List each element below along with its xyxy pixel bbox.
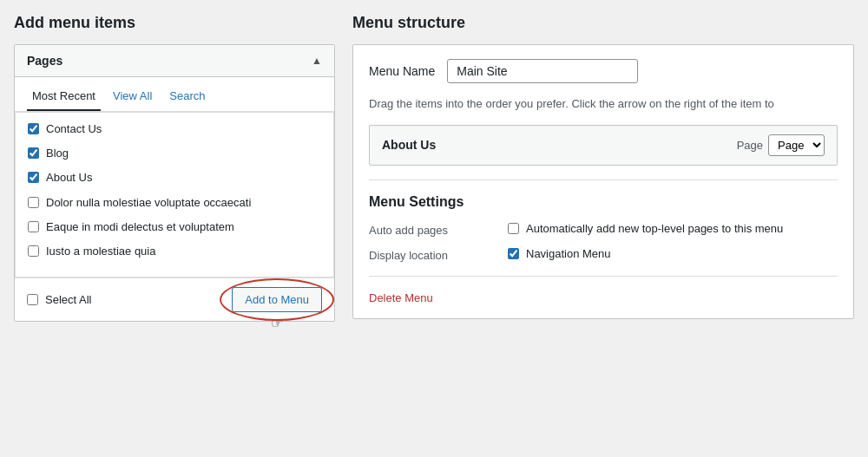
list-item: Eaque in modi delectus et voluptatem: [28, 219, 326, 235]
auto-add-pages-desc[interactable]: Automatically add new top-level pages to…: [526, 222, 783, 235]
delete-menu-link[interactable]: Delete Menu: [369, 291, 433, 304]
display-location-value: Navigation Menu: [508, 247, 611, 260]
pages-header: Pages ▲: [15, 45, 334, 77]
menu-item-type-select[interactable]: Page: [768, 134, 825, 156]
item-blog-label[interactable]: Blog: [46, 146, 69, 161]
pages-footer: Select All Add to Menu ☞: [15, 277, 334, 321]
auto-add-pages-label: Auto add pages: [369, 222, 508, 237]
right-panel-title: Menu structure: [352, 14, 854, 32]
item-iusto-checkbox[interactable]: [28, 245, 39, 257]
pages-section-title: Pages: [27, 54, 62, 68]
menu-item-about-us: About Us Page Page: [369, 125, 838, 166]
select-all-label[interactable]: Select All: [45, 293, 91, 306]
item-contact-us-label[interactable]: Contact Us: [46, 121, 102, 137]
left-panel-title: Add menu items: [14, 14, 335, 32]
item-dolor-label[interactable]: Dolor nulla molestiae voluptate occaecat…: [46, 195, 251, 211]
display-location-desc[interactable]: Navigation Menu: [526, 247, 611, 260]
menu-settings-title: Menu Settings: [369, 194, 838, 210]
tab-search[interactable]: Search: [164, 86, 210, 111]
menu-name-input[interactable]: [447, 59, 638, 83]
tab-most-recent[interactable]: Most Recent: [27, 86, 101, 111]
display-location-label: Display location: [369, 247, 508, 262]
select-all-row: Select All: [27, 293, 91, 306]
item-about-us-label[interactable]: About Us: [46, 170, 92, 186]
drag-hint: Drag the items into the order you prefer…: [369, 95, 838, 113]
list-item: Iusto a molestiae quia: [28, 244, 326, 259]
pages-collapse-arrow-icon[interactable]: ▲: [312, 55, 322, 67]
cursor-hand-icon: ☞: [271, 315, 283, 331]
tab-view-all[interactable]: View All: [108, 86, 157, 111]
menu-structure-box: Menu Name Drag the items into the order …: [352, 44, 854, 319]
tabs-row: Most Recent View All Search: [15, 77, 334, 112]
item-iusto-label[interactable]: Iusto a molestiae quia: [46, 244, 155, 259]
display-location-checkbox[interactable]: [508, 248, 519, 259]
auto-add-pages-row: Auto add pages Automatically add new top…: [369, 222, 838, 237]
menu-item-about-us-label: About Us: [382, 138, 436, 152]
menu-item-type-label: Page: [737, 139, 763, 152]
menu-name-label: Menu Name: [369, 64, 435, 78]
item-about-us-checkbox[interactable]: [28, 172, 39, 183]
pages-list: Contact Us Blog About Us Dolor nulla mol…: [15, 112, 334, 277]
select-all-checkbox[interactable]: [27, 294, 38, 305]
display-location-row: Display location Navigation Menu: [369, 247, 838, 262]
item-dolor-checkbox[interactable]: [28, 197, 39, 208]
item-eaque-checkbox[interactable]: [28, 221, 39, 232]
menu-name-row: Menu Name: [369, 59, 838, 83]
add-to-menu-button[interactable]: Add to Menu: [232, 287, 322, 312]
menu-item-type-row: Page Page: [737, 134, 825, 156]
divider-2: [369, 276, 838, 277]
list-item: About Us: [28, 170, 326, 186]
pages-section: Pages ▲ Most Recent View All Search Cont…: [14, 44, 335, 322]
auto-add-pages-checkbox[interactable]: [508, 223, 519, 234]
item-eaque-label[interactable]: Eaque in modi delectus et voluptatem: [46, 219, 234, 235]
list-item: Contact Us: [28, 121, 326, 137]
right-panel: Menu structure Menu Name Drag the items …: [352, 14, 854, 443]
item-contact-us-checkbox[interactable]: [28, 123, 39, 134]
left-panel: Add menu items Pages ▲ Most Recent View …: [14, 14, 335, 443]
list-item: Blog: [28, 146, 326, 161]
divider: [369, 180, 838, 180]
add-to-menu-highlight: Add to Menu ☞: [232, 287, 322, 312]
item-blog-checkbox[interactable]: [28, 147, 39, 159]
auto-add-pages-value: Automatically add new top-level pages to…: [508, 222, 783, 235]
list-item: Dolor nulla molestiae voluptate occaecat…: [28, 195, 326, 211]
main-container: Add menu items Pages ▲ Most Recent View …: [0, 0, 868, 457]
